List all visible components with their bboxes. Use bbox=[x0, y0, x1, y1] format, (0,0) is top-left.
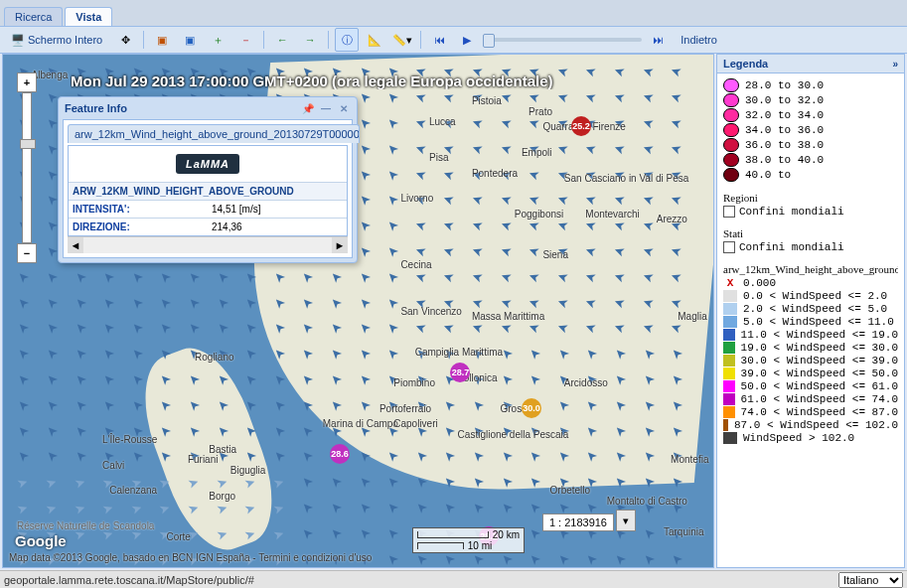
temp-bubble-follonica[interactable]: 28.7 bbox=[450, 363, 470, 382]
wind-arrow: ➤ bbox=[554, 140, 569, 158]
wind-arrow: ➤ bbox=[669, 320, 683, 338]
legend-wind-row: WindSpeed > 102.0 bbox=[723, 432, 898, 444]
city-pontedera: Pontedera bbox=[472, 168, 518, 179]
wind-arrow: ➤ bbox=[298, 524, 316, 542]
city-rogliano: Rogliano bbox=[195, 352, 233, 363]
wind-arrow: ➤ bbox=[213, 422, 230, 440]
legend-wind-row: 5.0 < WindSpeed <= 11.0 bbox=[723, 316, 898, 328]
scale-dropdown-icon[interactable]: ▾ bbox=[616, 510, 636, 531]
time-slider-handle[interactable] bbox=[483, 34, 495, 48]
wind-arrow: ➤ bbox=[298, 320, 316, 338]
city-siena: Siena bbox=[542, 249, 568, 260]
wind-arrow: ➤ bbox=[326, 345, 344, 363]
play-icon[interactable]: ▶ bbox=[455, 28, 479, 52]
scale-km: 20 km bbox=[493, 529, 520, 540]
lamma-logo: LaMMA bbox=[69, 146, 347, 182]
wind-arrow: ➤ bbox=[554, 89, 569, 107]
city-sancasciano: San Casciano in Val di Pesa bbox=[564, 173, 688, 184]
minimize-icon[interactable]: — bbox=[319, 101, 333, 115]
wind-arrow: ➤ bbox=[382, 320, 400, 338]
confini-label-2: Confini mondiali bbox=[739, 241, 844, 253]
wind-arrow: ➤ bbox=[100, 499, 115, 516]
measure-icon[interactable]: 📐 bbox=[363, 28, 386, 52]
zoom-out-button[interactable]: − bbox=[17, 243, 37, 263]
city-tarquinia: Tarquinia bbox=[664, 526, 704, 537]
wind-arrow: ➤ bbox=[14, 345, 32, 363]
legend-collapse-icon[interactable]: » bbox=[892, 59, 898, 70]
fit-extents-icon[interactable]: ✥ bbox=[113, 28, 137, 52]
wind-arrow: ➤ bbox=[355, 524, 373, 542]
pin-icon[interactable]: 📌 bbox=[301, 101, 315, 115]
zoom-box-out-icon[interactable]: ▣ bbox=[178, 28, 202, 52]
wind-arrow: ➤ bbox=[411, 448, 429, 466]
nav-next-icon[interactable]: → bbox=[298, 28, 322, 52]
wind-arrow: ➤ bbox=[14, 268, 32, 286]
feature-info-layer-tab[interactable]: arw_12km_Wind_height_above_ground_201307… bbox=[68, 124, 360, 143]
wind-arrow: ➤ bbox=[640, 294, 655, 312]
zoom-in-button[interactable]: + bbox=[17, 73, 37, 92]
wind-arrow: ➤ bbox=[382, 140, 400, 158]
legend-body[interactable]: 28.0 to 30.030.0 to 32.032.0 to 34.034.0… bbox=[717, 74, 904, 567]
wind-arrow: ➤ bbox=[497, 448, 515, 466]
zoom-in-icon[interactable]: ＋ bbox=[206, 28, 229, 52]
wind-arrow: ➤ bbox=[98, 370, 116, 388]
wind-arrow: ➤ bbox=[326, 268, 344, 286]
wind-arrow: ➤ bbox=[498, 114, 513, 132]
temp-bubble-elba[interactable]: 28.6 bbox=[330, 444, 350, 464]
play-last-icon[interactable]: ⏭ bbox=[646, 28, 670, 52]
wind-arrow: ➤ bbox=[14, 396, 32, 414]
zoom-out-icon[interactable]: － bbox=[233, 28, 257, 52]
wind-arrow: ➤ bbox=[411, 473, 429, 491]
wind-arrow: ➤ bbox=[470, 320, 485, 338]
legend-regioni-confini[interactable]: Confini mondiali bbox=[723, 206, 898, 218]
wind-arrow: ➤ bbox=[640, 268, 655, 286]
feature-info-titlebar[interactable]: Feature Info 📌 — ✕ bbox=[59, 97, 357, 119]
map-canvas[interactable]: ➤➤➤➤➤➤➤➤➤➤➤➤➤➤➤➤➤➤➤➤➤➤➤➤➤➤➤➤➤➤➤➤➤➤➤➤➤➤➤➤… bbox=[2, 54, 714, 568]
wind-arrow: ➤ bbox=[213, 320, 230, 338]
fullscreen-button[interactable]: 🖥️ Schermo Intero bbox=[4, 28, 109, 52]
nav-prev-icon[interactable]: ← bbox=[270, 28, 294, 52]
wind-arrow: ➤ bbox=[441, 166, 456, 184]
language-select[interactable]: ItalianoEnglishFrançaisDeutsch bbox=[838, 572, 903, 588]
measure-ruler-icon[interactable]: 📏▾ bbox=[390, 28, 414, 52]
identify-icon[interactable]: ⓘ bbox=[335, 28, 359, 52]
zoom-box-in-icon[interactable]: ▣ bbox=[150, 28, 174, 52]
scroll-right-icon[interactable]: ► bbox=[332, 237, 348, 253]
wind-arrow: ➤ bbox=[498, 320, 513, 338]
wind-arrow: ➤ bbox=[610, 370, 628, 388]
wind-arrow: ➤ bbox=[355, 473, 373, 491]
zoom-handle[interactable] bbox=[20, 139, 36, 149]
wind-arrow: ➤ bbox=[667, 422, 684, 440]
wind-arrow: ➤ bbox=[240, 396, 258, 414]
intensita-value: 14,51 [m/s] bbox=[208, 201, 347, 219]
wind-arrow: ➤ bbox=[639, 550, 657, 568]
wind-arrow: ➤ bbox=[525, 473, 542, 491]
tab-vista[interactable]: Vista bbox=[65, 7, 112, 26]
wind-arrow: ➤ bbox=[98, 345, 116, 363]
temp-bubble-prato[interactable]: 25.2 bbox=[571, 116, 591, 136]
play-first-icon[interactable]: ⏮ bbox=[427, 28, 451, 52]
wind-arrow: ➤ bbox=[382, 242, 400, 260]
zoom-track[interactable] bbox=[22, 92, 32, 243]
feature-info-hscroll[interactable]: ◄ ► bbox=[68, 236, 348, 253]
wind-arrow: ➤ bbox=[525, 499, 542, 516]
wind-arrow: ➤ bbox=[15, 474, 30, 492]
scroll-left-icon[interactable]: ◄ bbox=[68, 237, 83, 253]
legend-stati-confini[interactable]: Confini mondiali bbox=[723, 241, 898, 253]
feature-table-header: ARW_12KM_WIND_HEIGHT_ABOVE_GROUND bbox=[69, 183, 347, 201]
legend-wind-row: 2.0 < WindSpeed <= 5.0 bbox=[723, 303, 898, 315]
close-icon[interactable]: ✕ bbox=[337, 101, 351, 115]
wind-arrow: ➤ bbox=[269, 268, 287, 286]
feature-info-window[interactable]: Feature Info 📌 — ✕ arw_12km_Wind_height_… bbox=[58, 96, 358, 263]
tab-ricerca[interactable]: Ricerca bbox=[4, 7, 63, 26]
indietro-button[interactable]: Indietro bbox=[674, 28, 724, 52]
wind-arrow: ➤ bbox=[583, 320, 598, 338]
wind-arrow: ➤ bbox=[527, 192, 541, 210]
wind-arrow: ➤ bbox=[440, 499, 458, 516]
wind-arrow: ➤ bbox=[42, 320, 60, 338]
legend-panel: Legenda » 28.0 to 30.030.0 to 32.032.0 t… bbox=[716, 54, 905, 568]
wind-arrow: ➤ bbox=[98, 294, 116, 312]
temp-bubble-grosseto[interactable]: 30.0 bbox=[522, 398, 541, 418]
wind-arrow: ➤ bbox=[554, 192, 569, 210]
time-slider[interactable] bbox=[483, 38, 642, 42]
